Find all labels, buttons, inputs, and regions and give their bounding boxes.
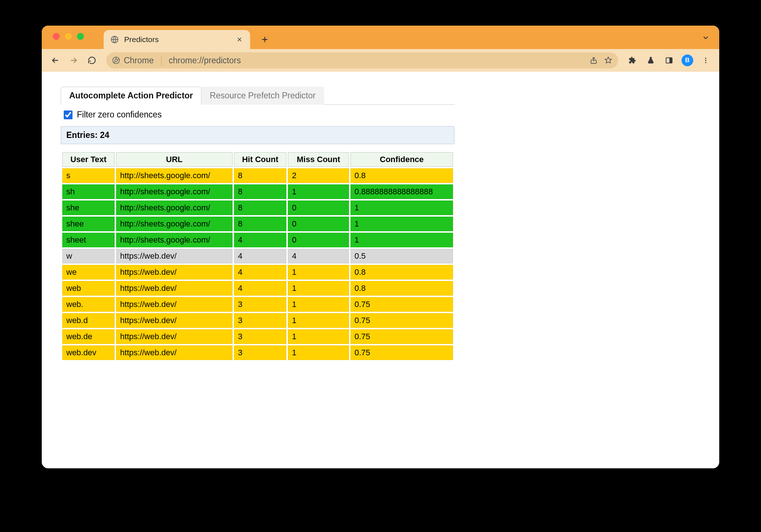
divider	[161, 56, 162, 65]
window-zoom-icon[interactable]	[77, 33, 84, 40]
site-chip: Chrome	[112, 56, 154, 65]
cell-hit-count: 4	[234, 233, 286, 247]
tab-strip: Predictors	[42, 26, 719, 49]
cell-hit-count: 8	[234, 184, 286, 199]
cell-url: http://sheets.google.com/	[116, 217, 233, 231]
cell-miss-count: 1	[288, 184, 349, 199]
cell-url: http://sheets.google.com/	[116, 168, 233, 183]
svg-rect-5	[670, 58, 672, 63]
new-tab-button[interactable]	[257, 31, 273, 48]
page-tabs: Autocomplete Action Predictor Resource P…	[61, 86, 454, 105]
cell-user-text: web.	[62, 297, 115, 312]
tab-label: Autocomplete Action Predictor	[69, 91, 193, 100]
cell-url: https://web.dev/	[116, 281, 233, 296]
cell-miss-count: 1	[288, 281, 349, 296]
filter-row: Filter zero confidences	[61, 105, 454, 125]
side-panel-icon[interactable]	[661, 53, 677, 68]
cell-hit-count: 4	[234, 249, 286, 263]
cell-confidence: 0.5	[350, 249, 453, 263]
cell-user-text: shee	[62, 217, 115, 231]
svg-point-7	[705, 60, 706, 61]
cell-url: https://web.dev/	[116, 329, 233, 344]
col-url[interactable]: URL	[116, 152, 233, 167]
scheme-label: Chrome	[124, 56, 154, 65]
profile-avatar[interactable]: B	[680, 53, 695, 68]
cell-miss-count: 1	[288, 265, 349, 280]
cell-miss-count: 1	[288, 329, 349, 344]
cell-miss-count: 1	[288, 313, 349, 328]
cell-user-text: she	[62, 201, 115, 215]
table-row: shehttp://sheets.google.com/801	[62, 201, 453, 215]
chrome-logo-icon	[112, 56, 120, 64]
cell-confidence: 1	[350, 201, 453, 215]
col-hit-count[interactable]: Hit Count	[234, 152, 286, 167]
tab-title: Predictors	[124, 35, 230, 44]
col-confidence[interactable]: Confidence	[350, 152, 453, 167]
svg-point-2	[115, 59, 117, 61]
cell-url: http://sheets.google.com/	[116, 184, 233, 199]
table-row: sheehttp://sheets.google.com/801	[62, 217, 453, 231]
cell-user-text: s	[62, 168, 115, 183]
cell-url: https://web.dev/	[116, 345, 233, 360]
tab-autocomplete-action-predictor[interactable]: Autocomplete Action Predictor	[61, 87, 201, 105]
table-row: shhttp://sheets.google.com/810.888888888…	[62, 184, 453, 199]
cell-confidence: 0.75	[350, 313, 453, 328]
cell-confidence: 0.8	[350, 265, 453, 280]
cell-url: http://sheets.google.com/	[116, 233, 233, 247]
back-button[interactable]	[48, 53, 63, 68]
table-row: web.dehttps://web.dev/310.75	[62, 329, 453, 344]
filter-zero-confidences-checkbox[interactable]	[64, 110, 73, 119]
table-header-row: User Text URL Hit Count Miss Count Confi…	[62, 152, 453, 167]
extensions-icon[interactable]	[625, 53, 640, 68]
cell-confidence: 0.8	[350, 281, 453, 296]
table-row: web.https://web.dev/310.75	[62, 297, 453, 312]
tab-list-button[interactable]	[702, 34, 710, 42]
forward-button[interactable]	[66, 53, 81, 68]
filter-label: Filter zero confidences	[77, 110, 162, 120]
cell-hit-count: 4	[234, 281, 286, 296]
window-controls	[48, 26, 89, 49]
browser-window: Predictors	[42, 26, 719, 468]
labs-icon[interactable]	[643, 53, 658, 68]
cell-user-text: web.d	[62, 313, 115, 328]
cell-miss-count: 0	[288, 233, 349, 247]
cell-url: http://sheets.google.com/	[116, 201, 233, 215]
reload-button[interactable]	[84, 53, 100, 68]
close-tab-icon[interactable]	[235, 35, 244, 44]
table-row: whttps://web.dev/440.5	[62, 249, 453, 263]
table-row: wehttps://web.dev/410.8	[62, 265, 453, 280]
cell-hit-count: 8	[234, 168, 286, 183]
cell-url: https://web.dev/	[116, 249, 233, 263]
entries-count: Entries: 24	[61, 126, 454, 144]
window-minimize-icon[interactable]	[65, 33, 72, 40]
cell-miss-count: 2	[288, 168, 349, 183]
table-row: sheethttp://sheets.google.com/401	[62, 233, 453, 247]
browser-tab[interactable]: Predictors	[104, 30, 250, 49]
cell-miss-count: 0	[288, 201, 349, 215]
kebab-menu-icon[interactable]	[698, 53, 713, 68]
cell-confidence: 1	[350, 217, 453, 231]
cell-hit-count: 3	[234, 345, 286, 360]
tab-label: Resource Prefetch Predictor	[210, 91, 316, 100]
cell-confidence: 1	[350, 233, 453, 247]
svg-point-6	[705, 58, 706, 59]
cell-user-text: web.de	[62, 329, 115, 344]
share-icon[interactable]	[590, 56, 598, 64]
col-user-text[interactable]: User Text	[62, 152, 115, 167]
tab-resource-prefetch-predictor[interactable]: Resource Prefetch Predictor	[201, 87, 324, 105]
cell-url: https://web.dev/	[116, 313, 233, 328]
window-close-icon[interactable]	[53, 33, 60, 40]
cell-hit-count: 3	[234, 313, 286, 328]
cell-hit-count: 8	[234, 217, 286, 231]
col-miss-count[interactable]: Miss Count	[288, 152, 349, 167]
cell-hit-count: 3	[234, 297, 286, 312]
address-bar[interactable]: Chrome chrome://predictors	[106, 52, 618, 68]
cell-confidence: 0.75	[350, 329, 453, 344]
predictor-table: User Text URL Hit Count Miss Count Confi…	[61, 151, 454, 361]
cell-miss-count: 1	[288, 297, 349, 312]
globe-icon	[110, 35, 119, 44]
table-row: web.devhttps://web.dev/310.75	[62, 345, 453, 360]
url-text: chrome://predictors	[169, 56, 585, 65]
bookmark-star-icon[interactable]	[604, 56, 612, 64]
cell-user-text: web	[62, 281, 115, 296]
